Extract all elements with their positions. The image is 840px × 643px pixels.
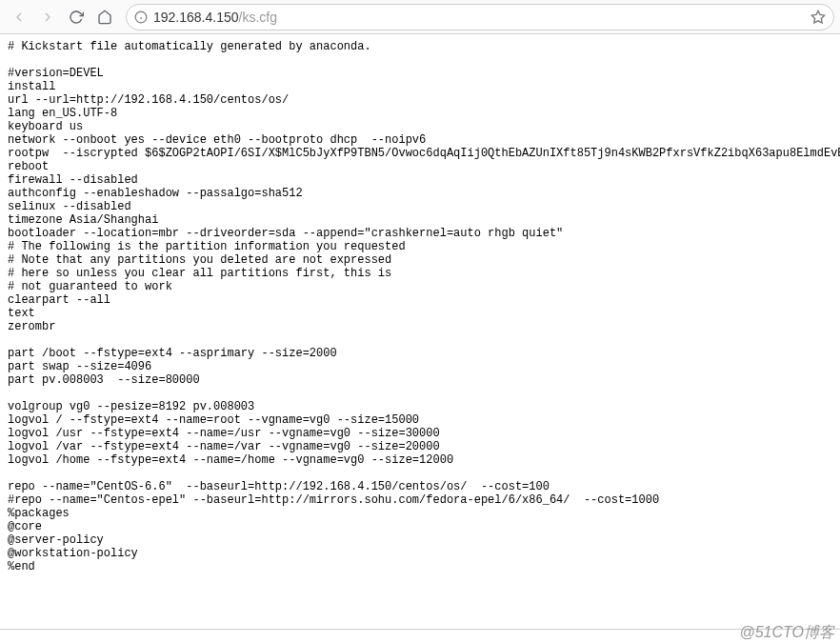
url-path: /ks.cfg	[239, 10, 277, 25]
watermark: @51CTO博客	[739, 623, 834, 643]
info-icon[interactable]	[134, 10, 148, 24]
forward-button[interactable]	[34, 4, 61, 30]
reload-button[interactable]	[63, 4, 90, 30]
star-icon	[810, 10, 826, 25]
reload-icon	[69, 10, 84, 25]
url-text: 192.168.4.150/ks.cfg	[153, 10, 805, 25]
address-bar[interactable]: 192.168.4.150/ks.cfg	[126, 4, 834, 30]
browser-toolbar: 192.168.4.150/ks.cfg	[0, 0, 840, 34]
bookmark-button[interactable]	[810, 10, 826, 25]
back-button[interactable]	[6, 4, 32, 30]
bottom-divider	[0, 629, 840, 630]
url-host: 192.168.4.150	[153, 10, 239, 25]
home-icon	[97, 10, 112, 25]
arrow-left-icon	[11, 10, 27, 25]
arrow-right-icon	[40, 10, 55, 25]
home-button[interactable]	[91, 4, 118, 30]
page-content: # Kickstart file automatically generated…	[0, 34, 840, 643]
svg-marker-3	[811, 10, 824, 23]
